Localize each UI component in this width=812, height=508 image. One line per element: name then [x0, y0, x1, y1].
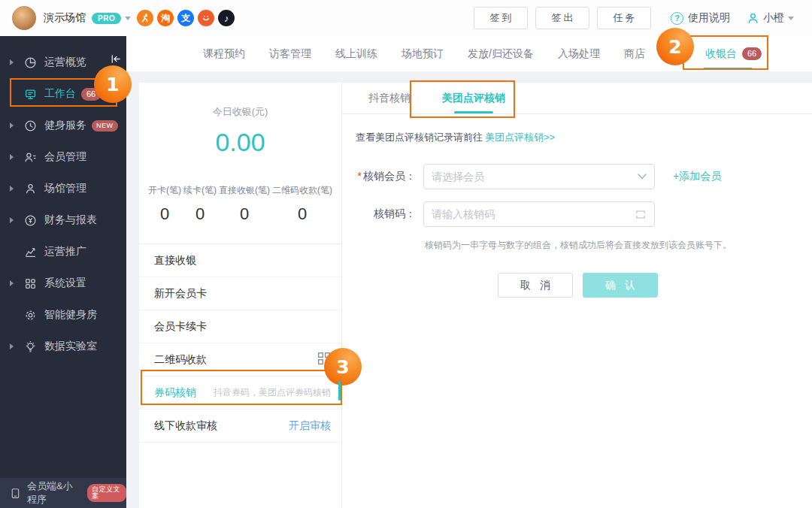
- app-window: 演示场馆 PRO 淘 支 ♪ 签到 签出 任务 ? 使用说明 小橙: [0, 0, 812, 508]
- cashier-summary-pane: 今日收银(元) 0.00 开卡(笔) 0 续卡(笔) 0 直接收银(笔) 0: [139, 83, 342, 508]
- user-menu[interactable]: 小橙: [747, 11, 800, 25]
- chevron-down-icon: [788, 17, 794, 20]
- dianping-smiley-icon[interactable]: [198, 10, 214, 26]
- tiktok-icon[interactable]: ♪: [218, 10, 235, 26]
- records-notice: 查看美团点评核销记录请前往美团点评核销>>: [356, 131, 812, 144]
- custom-text-badge: 自定义文案: [87, 484, 126, 502]
- expand-arrow-icon: [10, 59, 14, 65]
- enable-review-link[interactable]: 开启审核: [289, 419, 331, 433]
- verification-code-field[interactable]: [423, 201, 655, 227]
- tab-course-booking[interactable]: 课程预约: [203, 47, 245, 61]
- member-select-input[interactable]: [432, 171, 633, 183]
- sidebar-item-workbench[interactable]: 工作台 66: [0, 78, 126, 110]
- sidebar-item-data-lab[interactable]: 数据实验室: [0, 331, 126, 362]
- verification-code-input[interactable]: [432, 208, 630, 220]
- tab-douyin-verification[interactable]: 抖音核销: [368, 83, 411, 113]
- action-offline-payment-review[interactable]: 线下收款审核 开启审核: [139, 410, 341, 443]
- gear-icon: [24, 309, 37, 322]
- sidebar-item-label: 系统设置: [44, 277, 86, 290]
- sidebar-item-member-miniprogram[interactable]: 会员端&小程序 自定义文案: [0, 478, 126, 508]
- venue-name[interactable]: 演示场馆: [44, 11, 86, 25]
- workbench-card: 今日收银(元) 0.00 开卡(笔) 0 续卡(笔) 0 直接收银(笔) 0: [139, 83, 812, 508]
- count-badge: 66: [81, 88, 101, 101]
- expand-arrow-icon: [10, 280, 14, 286]
- sidebar-item-smart-gym[interactable]: 智能健身房: [0, 299, 126, 331]
- sidebar-item-label: 会员管理: [44, 150, 86, 164]
- tab-cashier[interactable]: 收银台 66: [705, 36, 762, 71]
- action-coupon-verification[interactable]: 券码核销 抖音券码，美团点评券码核销: [139, 376, 341, 410]
- sidebar-item-member-management[interactable]: 会员管理: [0, 141, 126, 173]
- sidebar-item-system-settings[interactable]: 系统设置: [0, 268, 126, 299]
- members-icon: [24, 151, 37, 164]
- sidebar-item-label: 数据实验室: [44, 340, 97, 353]
- scrollbar-thumb[interactable]: [338, 381, 341, 401]
- tasks-button[interactable]: 任务: [597, 7, 651, 29]
- tab-visitor-management[interactable]: 访客管理: [269, 47, 311, 61]
- scan-icon: [635, 209, 647, 220]
- collapse-sidebar-icon[interactable]: [110, 53, 121, 68]
- bulb-icon: [24, 340, 37, 353]
- stat-cards-renewed: 续卡(笔) 0: [183, 184, 217, 224]
- sidebar-item-fitness-services[interactable]: 健身服务 NEW: [0, 110, 126, 141]
- cancel-button[interactable]: 取 消: [498, 273, 573, 298]
- sidebar-item-label: 运营推广: [44, 245, 86, 259]
- help-link[interactable]: ? 使用说明: [671, 11, 730, 25]
- expand-arrow-icon: [10, 122, 14, 129]
- code-field-label: 核销码：: [342, 207, 423, 221]
- grid-icon: [24, 277, 37, 290]
- tab-meituan-verification[interactable]: 美团点评核销: [442, 83, 505, 113]
- clock-icon: [24, 119, 37, 132]
- required-asterisk: *: [358, 170, 362, 182]
- sidebar-item-label: 运营概览: [44, 56, 86, 69]
- yuan-finance-icon: [24, 214, 37, 227]
- today-revenue-amount: 0.00: [139, 128, 341, 157]
- action-new-member-card[interactable]: 新开会员卡: [139, 277, 341, 310]
- stat-qr-payments: 二维码收款(笔) 0: [272, 184, 332, 224]
- action-direct-cashier[interactable]: 直接收银: [139, 244, 341, 277]
- tab-online-training[interactable]: 线上训练: [335, 47, 377, 61]
- chevron-down-icon: [638, 174, 647, 180]
- action-qr-collection[interactable]: 二维码收款: [139, 343, 341, 376]
- expand-arrow-icon: [10, 343, 14, 349]
- miniprogram-phone-icon: [10, 488, 21, 499]
- verification-pane: 抖音核销 美团点评核销 查看美团点评核销记录请前往美团点评核销>> *核销会员：…: [342, 83, 812, 508]
- tab-more[interactable]: 更: [669, 47, 680, 61]
- sidebar-item-label: 场馆管理: [44, 182, 86, 195]
- checkin-button[interactable]: 签到: [474, 7, 528, 29]
- sidebar: 运营概览 工作台 66 健身服务 NEW 会员管理: [0, 36, 126, 508]
- alipay-icon[interactable]: 支: [177, 10, 194, 26]
- member-select[interactable]: [423, 164, 655, 189]
- add-member-link[interactable]: +添加会员: [673, 170, 721, 183]
- sidebar-item-operations-overview[interactable]: 运营概览: [0, 47, 126, 78]
- tab-equipment[interactable]: 发放/归还设备: [468, 47, 534, 61]
- sidebar-item-venue-management[interactable]: 场馆管理: [0, 173, 126, 204]
- active-tab-underline: [703, 68, 753, 70]
- qr-code-icon: [317, 352, 331, 367]
- module-nav-bar: 课程预约 访客管理 线上训练 场地预订 发放/归还设备 入场处理 商店 更 收银…: [126, 36, 812, 71]
- trend-chart-icon: [24, 246, 37, 259]
- sidebar-item-finance-reports[interactable]: 财务与报表: [0, 204, 126, 236]
- help-label: 使用说明: [688, 11, 730, 25]
- workbench-icon: [24, 88, 37, 101]
- code-helper-text: 核销码为一串字母与数字的组合，核销成功后将会直接发放到该会员账号下。: [425, 239, 812, 252]
- person-icon: [24, 183, 37, 195]
- member-field-label: *核销会员：: [342, 170, 423, 183]
- action-renew-member-card[interactable]: 会员卡续卡: [139, 310, 341, 343]
- tab-entry-processing[interactable]: 入场处理: [558, 47, 600, 61]
- sidebar-item-label: 健身服务: [44, 119, 86, 132]
- top-bar: 演示场馆 PRO 淘 支 ♪ 签到 签出 任务 ? 使用说明 小橙: [0, 0, 812, 36]
- venue-avatar[interactable]: [12, 6, 36, 30]
- tab-cashier-label: 收银台: [705, 47, 737, 61]
- sports-runner-icon[interactable]: [137, 10, 153, 26]
- taobao-icon[interactable]: 淘: [157, 10, 174, 26]
- pie-chart-icon: [24, 56, 37, 69]
- tab-store[interactable]: 商店: [624, 47, 645, 61]
- sidebar-item-marketing[interactable]: 运营推广: [0, 236, 126, 268]
- chevron-down-icon[interactable]: [125, 17, 131, 20]
- confirm-button[interactable]: 确 认: [583, 273, 658, 298]
- checkout-button[interactable]: 签出: [535, 7, 589, 29]
- stat-cards-opened: 开卡(笔) 0: [148, 184, 181, 224]
- meituan-records-link[interactable]: 美团点评核销>>: [485, 132, 555, 143]
- tab-field-reservation[interactable]: 场地预订: [401, 47, 444, 61]
- username: 小橙: [763, 11, 784, 25]
